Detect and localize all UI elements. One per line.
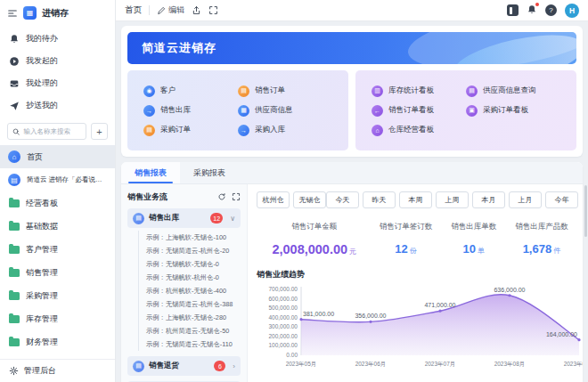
bell-icon: [9, 34, 20, 45]
list-item[interactable]: 示例：无锡简道云-杭州仓-20: [146, 244, 241, 257]
list-item[interactable]: 示例：杭州帆软-无锡仓-400: [146, 284, 241, 297]
quick-link-label: 采购入库: [255, 125, 285, 135]
panel-toggle-icon[interactable]: [507, 4, 519, 16]
expand-icon[interactable]: [232, 192, 241, 201]
sidebar-folder-item[interactable]: 采购管理: [0, 284, 115, 307]
sidebar-item-home[interactable]: ⌂ 首页: [0, 145, 115, 168]
quick-link[interactable]: ◉ 客户: [143, 85, 238, 97]
fullscreen-icon[interactable]: [208, 5, 218, 15]
app-window: ▦ 进销存 我的待办 我发起的 我处理的 抄送我的: [0, 0, 588, 382]
sales-trend-chart: 0.00100,000.00200,000.00300,000.00400,00…: [257, 282, 583, 370]
flow-group-outbound[interactable]: ▤ 销售出库 12 ∨: [127, 208, 241, 228]
list-item[interactable]: 示例：无锡帆软-无锡仓-0: [146, 257, 241, 271]
list-item[interactable]: 示例：上海帆软-无锡仓-280: [146, 311, 241, 324]
quick-link[interactable]: ▦ 供应商信息: [238, 105, 332, 117]
sidebar-item-processed[interactable]: 我处理的: [0, 72, 115, 94]
notifications-button[interactable]: [527, 4, 537, 17]
add-button[interactable]: +: [91, 123, 108, 140]
quick-link[interactable]: ▤ 销售订单: [238, 85, 332, 97]
period-filter-button[interactable]: 昨天: [363, 191, 396, 208]
period-filter-button[interactable]: 今天: [326, 191, 359, 208]
quick-link-icon: ▤: [466, 85, 478, 97]
quick-link-icon: →: [143, 105, 155, 117]
quick-link[interactable]: ⌂ 仓库经营看板: [372, 125, 466, 136]
svg-text:381,000.00: 381,000.00: [303, 311, 334, 317]
list-item[interactable]: 示例：无锡简道云-无锡仓-110: [146, 337, 241, 351]
warehouse-filter-button[interactable]: 无锡仓: [293, 191, 326, 208]
sidebar-item-cc[interactable]: 抄送我的: [0, 94, 115, 117]
quick-link[interactable]: → 销售出库: [143, 105, 238, 117]
svg-text:2023年05月: 2023年05月: [286, 361, 317, 368]
warehouse-filter-group: 杭州仓 无锡仓: [257, 191, 326, 208]
sidebar: ▦ 进销存 我的待办 我发起的 我处理的 抄送我的: [0, 0, 116, 382]
tab-sales-report[interactable]: 销售报表: [121, 162, 180, 183]
edit-button[interactable]: 编辑: [157, 4, 184, 16]
list-item[interactable]: 示例：无锡帆软-杭州仓-0: [146, 271, 241, 284]
count-badge: 6: [214, 361, 225, 371]
app-title: 进销存: [42, 7, 69, 20]
quick-link[interactable]: ▣ 采购订单看板: [466, 105, 560, 117]
quick-link-label: 销售出库: [160, 105, 191, 116]
sidebar-folder-item[interactable]: 库存管理: [0, 307, 115, 330]
search-input[interactable]: [23, 127, 81, 135]
search-box[interactable]: [7, 123, 86, 140]
chevron-down-icon[interactable]: ∨: [230, 215, 235, 223]
tab-purchase-report[interactable]: 采购报表: [180, 162, 239, 183]
period-filter-button[interactable]: 本周: [399, 191, 432, 208]
list-item[interactable]: 示例：上海帆软-无锡仓-100: [146, 231, 241, 244]
page-content: 简道云进销存 ◉ 客户 ▤ 销售订单: [116, 21, 588, 382]
list-item[interactable]: 示例：无锡简道云-杭州仓-388: [146, 297, 241, 311]
avatar[interactable]: H: [565, 4, 579, 18]
warehouse-filter-button[interactable]: 杭州仓: [257, 191, 290, 208]
sidebar-item-todo[interactable]: 我的待办: [0, 28, 115, 50]
kpi: 销售订单金额 2,008,000.00元: [257, 222, 372, 256]
notification-dot: [535, 3, 540, 7]
sidebar-item-label: 简道云 进销存「必看说明」: [27, 175, 107, 184]
quick-link-icon: ▤: [238, 85, 249, 97]
period-filter-button[interactable]: 本月: [472, 191, 505, 208]
quick-link[interactable]: ▤ 供应商信息查询: [466, 85, 560, 97]
kpi-unit: 份: [410, 247, 417, 255]
document-icon: ▤: [133, 361, 144, 372]
collapse-menu-icon[interactable]: [7, 8, 18, 19]
refresh-icon[interactable]: [217, 192, 226, 201]
sidebar-header: ▦ 进销存: [0, 0, 115, 24]
outbound-item-list: 示例：上海帆软-无锡仓-100 示例：无锡简道云-杭州仓-20 示例：无锡帆软-…: [138, 231, 241, 351]
kpi-value: 1,678件: [508, 242, 576, 256]
period-filter-button[interactable]: 今年: [545, 191, 578, 208]
kpi-label: 销售出库单数: [440, 222, 508, 232]
sidebar-folder-item[interactable]: 基础数据: [0, 215, 115, 238]
period-filter-button[interactable]: 上周: [436, 191, 469, 208]
scrollbar[interactable]: [584, 185, 587, 237]
search-icon: [12, 127, 20, 136]
period-filter-button[interactable]: 上月: [509, 191, 542, 208]
help-icon[interactable]: ?: [545, 4, 557, 16]
sidebar-folder-item[interactable]: 财务管理: [0, 330, 115, 354]
quick-link[interactable]: ▥ 库存统计看板: [372, 85, 466, 97]
folder-icon: [9, 199, 20, 207]
quick-link[interactable]: ← 销售订单看板: [372, 105, 466, 117]
kpi-label: 销售出库产品数: [508, 222, 576, 232]
share-icon[interactable]: [192, 5, 201, 15]
quick-link-label: 仓库经营看板: [388, 125, 434, 135]
svg-text:164,000.00: 164,000.00: [546, 331, 577, 337]
sidebar-folder-item[interactable]: 客户管理: [0, 238, 115, 261]
sidebar-folder-item[interactable]: 销售管理: [0, 261, 115, 284]
admin-console-button[interactable]: 管理后台: [0, 359, 115, 382]
sidebar-item-guide[interactable]: ▤ 简道云 进销存「必看说明」: [0, 168, 115, 191]
sidebar-item-label: 财务管理: [26, 337, 58, 348]
quick-link[interactable]: → 采购入库: [238, 125, 332, 136]
quick-link[interactable]: ▤ 采购订单: [143, 125, 238, 136]
quick-link-icon: →: [238, 125, 249, 136]
sidebar-item-initiated[interactable]: 我发起的: [0, 50, 115, 72]
svg-text:636,000.00: 636,000.00: [494, 287, 525, 293]
sidebar-item-label: 首页: [27, 151, 43, 163]
list-item[interactable]: 示例：杭州简道云-无锡仓-50: [146, 324, 241, 337]
kpi-number: 1,678: [523, 242, 552, 256]
kpi-label: 销售订单签订数: [372, 222, 439, 232]
chevron-right-icon[interactable]: ›: [233, 362, 235, 370]
flow-group-returns[interactable]: ▤ 销售退货 6 ›: [127, 356, 241, 376]
sidebar-folder-item[interactable]: 经营看板: [0, 191, 115, 215]
kpi-value: 10单: [440, 242, 508, 256]
admin-console-label: 管理后台: [24, 365, 56, 377]
